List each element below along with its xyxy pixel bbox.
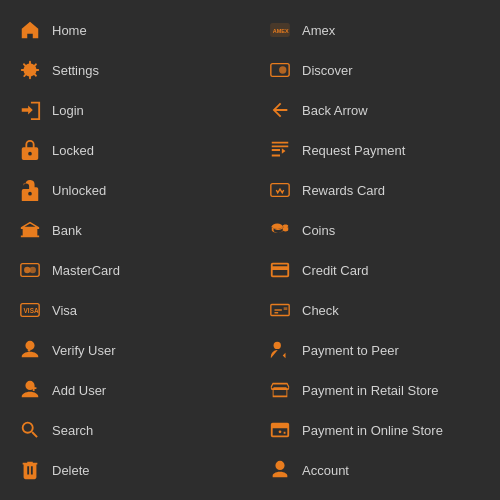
svg-point-3	[30, 267, 36, 273]
login-label: Login	[52, 103, 84, 118]
bank-label: Bank	[52, 223, 82, 238]
item-locked[interactable]: Locked	[8, 130, 242, 170]
item-bank[interactable]: Bank	[8, 210, 242, 250]
icon-grid: HomeSettingsLoginLockedUnlockedBankMaste…	[0, 0, 500, 500]
unlocked-icon	[16, 176, 44, 204]
item-visa[interactable]: VISAVisa	[8, 290, 242, 330]
item-add-user[interactable]: Add User	[8, 370, 242, 410]
unlocked-label: Unlocked	[52, 183, 106, 198]
payment-retail-label: Payment in Retail Store	[302, 383, 439, 398]
payment-online-label: Payment in Online Store	[302, 423, 443, 438]
item-rewards-card[interactable]: Rewards Card	[258, 170, 492, 210]
verify-user-icon	[16, 336, 44, 364]
settings-label: Settings	[52, 63, 99, 78]
payment-to-peer-icon	[266, 336, 294, 364]
item-search[interactable]: Search	[8, 410, 242, 450]
bank-icon	[16, 216, 44, 244]
item-check[interactable]: Check	[258, 290, 492, 330]
locked-icon	[16, 136, 44, 164]
login-icon	[16, 96, 44, 124]
request-payment-icon	[266, 136, 294, 164]
locked-label: Locked	[52, 143, 94, 158]
amex-label: Amex	[302, 23, 335, 38]
item-unlocked[interactable]: Unlocked	[8, 170, 242, 210]
item-home[interactable]: Home	[8, 10, 242, 50]
account-label: Account	[302, 463, 349, 478]
request-payment-label: Request Payment	[302, 143, 405, 158]
settings-icon	[16, 56, 44, 84]
item-amex[interactable]: AMEXAmex	[258, 10, 492, 50]
item-settings[interactable]: Settings	[8, 50, 242, 90]
check-icon	[266, 296, 294, 324]
svg-point-11	[272, 224, 283, 230]
delete-icon	[16, 456, 44, 484]
item-payment-online[interactable]: Payment in Online Store	[258, 410, 492, 450]
column-right: AMEXAmexDiscoverBack ArrowRequest Paymen…	[250, 10, 500, 490]
mastercard-icon	[16, 256, 44, 284]
home-label: Home	[52, 23, 87, 38]
item-account[interactable]: Account	[258, 450, 492, 490]
svg-point-16	[274, 342, 281, 349]
item-coins[interactable]: Coins	[258, 210, 492, 250]
back-arrow-icon	[266, 96, 294, 124]
add-user-icon	[16, 376, 44, 404]
payment-retail-icon	[266, 376, 294, 404]
check-label: Check	[302, 303, 339, 318]
svg-point-17	[279, 430, 282, 433]
home-icon	[16, 16, 44, 44]
item-mastercard[interactable]: MasterCard	[8, 250, 242, 290]
search-icon	[16, 416, 44, 444]
credit-card-icon	[266, 256, 294, 284]
svg-rect-15	[284, 307, 288, 310]
svg-point-9	[279, 66, 286, 73]
svg-text:VISA: VISA	[24, 307, 39, 314]
item-payment-retail[interactable]: Payment in Retail Store	[258, 370, 492, 410]
item-verify-user[interactable]: Verify User	[8, 330, 242, 370]
search-label: Search	[52, 423, 93, 438]
payment-to-peer-label: Payment to Peer	[302, 343, 399, 358]
add-user-label: Add User	[52, 383, 106, 398]
mastercard-label: MasterCard	[52, 263, 120, 278]
amex-icon: AMEX	[266, 16, 294, 44]
item-discover[interactable]: Discover	[258, 50, 492, 90]
item-credit-card[interactable]: Credit Card	[258, 250, 492, 290]
item-payment-to-peer[interactable]: Payment to Peer	[258, 330, 492, 370]
visa-icon: VISA	[16, 296, 44, 324]
credit-card-label: Credit Card	[302, 263, 368, 278]
payment-online-icon	[266, 416, 294, 444]
visa-label: Visa	[52, 303, 77, 318]
svg-text:AMEX: AMEX	[273, 28, 289, 34]
item-back-arrow[interactable]: Back Arrow	[258, 90, 492, 130]
coins-label: Coins	[302, 223, 335, 238]
rewards-card-icon	[266, 176, 294, 204]
notification-icon	[16, 496, 44, 500]
item-notification[interactable]: Notification	[8, 490, 242, 500]
delete-label: Delete	[52, 463, 90, 478]
column-left: HomeSettingsLoginLockedUnlockedBankMaste…	[0, 10, 250, 490]
svg-point-2	[24, 267, 30, 273]
back-arrow-label: Back Arrow	[302, 103, 368, 118]
account-icon	[266, 456, 294, 484]
item-delete[interactable]: Delete	[8, 450, 242, 490]
item-login[interactable]: Login	[8, 90, 242, 130]
item-request-payment[interactable]: Request Payment	[258, 130, 492, 170]
discover-label: Discover	[302, 63, 353, 78]
verify-user-label: Verify User	[52, 343, 116, 358]
discover-icon	[266, 56, 294, 84]
rewards-card-label: Rewards Card	[302, 183, 385, 198]
coins-icon	[266, 216, 294, 244]
